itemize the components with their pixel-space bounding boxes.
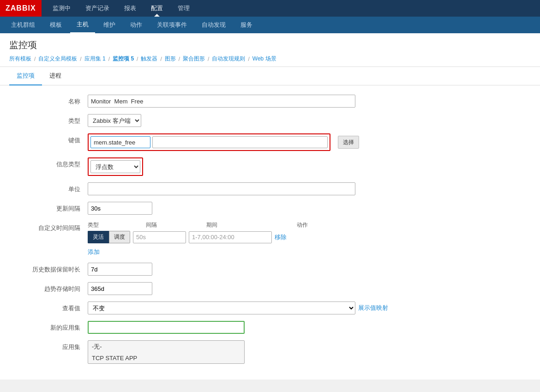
breadcrumb-aggregate-graphs[interactable]: 聚合图形 [183,55,205,63]
interval-row-0: 灵活 调度 移除 [88,231,531,243]
control-trend [88,282,531,295]
label-new-appset: 新的应用集 [9,321,88,332]
input-unit[interactable] [88,182,355,195]
link-add-interval[interactable]: 添加 [88,248,100,256]
input-key-value[interactable] [90,136,150,148]
breadcrumb: 所有模板 / 自定义全局模板 / 应用集 1 / 监控项 5 / 触发器 / 图… [9,55,531,63]
control-unit [88,182,531,195]
control-name [88,95,531,108]
page-title: 监控项 [9,39,531,51]
input-name[interactable] [88,95,355,108]
form-row-update-interval: 更新间隔 [9,202,531,215]
breadcrumb-appset[interactable]: 应用集 1 [84,55,106,63]
form-row-trend: 趋势存储时间 [9,282,531,295]
breadcrumb-sep-1: / [34,56,36,62]
form-row-history: 历史数据保留时长 [9,263,531,276]
btn-flexible[interactable]: 灵活 [88,231,109,243]
subnav-actions[interactable]: 动作 [124,17,149,33]
form-row-custom-interval: 自定义时间间隔 类型 间隔 期间 动作 灵活 调度 移除 添加 [9,221,531,256]
input-interval-period[interactable] [189,231,272,243]
breadcrumb-custom-template[interactable]: 自定义全局模板 [38,55,77,63]
select-info-type[interactable]: 浮点数 字符 日志 数字(无正负) 文本 [90,160,140,173]
btn-schedule[interactable]: 调度 [109,231,130,243]
link-value-map[interactable]: 展示值映射 [358,304,388,312]
label-lookup: 查看值 [9,302,88,313]
label-history: 历史数据保留时长 [9,263,88,274]
interval-header-gap: 间隔 [146,221,204,229]
breadcrumb-sep-6: / [179,56,180,62]
link-remove-interval[interactable]: 移除 [275,233,287,241]
page-header: 监控项 所有模板 / 自定义全局模板 / 应用集 1 / 监控项 5 / 触发器… [0,33,540,67]
breadcrumb-graphs[interactable]: 图形 [165,55,176,63]
input-update-interval[interactable] [88,202,152,215]
label-name: 名称 [9,95,88,106]
subnav-host-groups[interactable]: 主机群组 [5,17,42,33]
breadcrumb-triggers[interactable]: 触发器 [141,55,157,63]
button-select-key[interactable]: 选择 [338,136,359,149]
breadcrumb-sep-8: / [248,56,249,62]
key-border-group [88,133,330,151]
control-lookup: 不变 展示值映射 [88,302,531,314]
top-navigation: ZABBIX 监测中 资产记录 报表 配置 管理 [0,0,540,17]
form-row-lookup: 查看值 不变 展示值映射 [9,302,531,314]
interval-header-action: 动作 [297,221,324,229]
top-nav-items: 监测中 资产记录 报表 配置 管理 [46,0,196,17]
interval-header-type: 类型 [88,221,143,229]
label-custom-interval: 自定义时间间隔 [9,221,88,232]
form-row-name: 名称 [9,95,531,108]
breadcrumb-discovery-rules[interactable]: 自动发现规则 [212,55,245,63]
input-key-extra[interactable] [152,136,328,148]
select-type[interactable]: Zabbix 客户端 Zabbix 主动式 SNMP IPMI [88,114,141,127]
control-custom-interval: 类型 间隔 期间 动作 灵活 调度 移除 添加 [88,221,531,256]
form-row-type: 类型 Zabbix 客户端 Zabbix 主动式 SNMP IPMI [9,114,531,127]
interval-header-period: 期间 [206,221,294,229]
form-row-unit: 单位 [9,182,531,195]
label-type: 类型 [9,114,88,125]
nav-item-monitor[interactable]: 监测中 [46,0,77,17]
label-info-type: 信息类型 [9,157,88,169]
form-row-new-appset: 新的应用集 [9,321,531,334]
nav-item-reports[interactable]: 报表 [118,0,143,17]
nav-item-admin[interactable]: 管理 [171,0,196,17]
subnav-discovery[interactable]: 自动发现 [195,17,232,33]
sub-navigation: 主机群组 模板 主机 维护 动作 关联项事件 自动发现 服务 [0,17,540,33]
interval-type-toggle: 灵活 调度 [88,231,130,243]
subnav-event-correlation[interactable]: 关联项事件 [150,17,193,33]
input-new-appset[interactable] [88,321,245,334]
breadcrumb-monitor-items[interactable]: 监控项 5 [113,55,134,63]
nav-item-assets[interactable]: 资产记录 [79,0,116,17]
nav-item-config[interactable]: 配置 [144,0,169,17]
label-key: 键值 [9,133,88,145]
control-new-appset [88,321,531,334]
label-update-interval: 更新间隔 [9,202,88,213]
input-history[interactable] [88,263,152,276]
control-key: 选择 [88,133,531,151]
subnav-maintenance[interactable]: 维护 [97,17,122,33]
form-row-info-type: 信息类型 浮点数 字符 日志 数字(无正负) 文本 [9,157,531,176]
input-trend[interactable] [88,282,152,295]
breadcrumb-sep-2: / [80,56,81,62]
main-content: 名称 类型 Zabbix 客户端 Zabbix 主动式 SNMP IPMI 键值… [0,85,540,380]
label-unit: 单位 [9,182,88,193]
subnav-hosts[interactable]: 主机 [70,17,95,33]
breadcrumb-sep-7: / [208,56,209,62]
breadcrumb-sep-4: / [137,56,138,62]
subnav-services[interactable]: 服务 [234,17,259,33]
breadcrumb-sep-3: / [108,56,110,62]
breadcrumb-web-scenarios[interactable]: Web 场景 [252,55,276,63]
input-interval-gap[interactable] [133,231,186,243]
breadcrumb-all-templates[interactable]: 所有模板 [9,55,31,63]
app-list-item-0[interactable]: -无- [88,341,244,353]
label-trend: 趋势存储时间 [9,282,88,293]
label-appset: 应用集 [9,340,88,351]
control-update-interval [88,202,531,215]
tab-process[interactable]: 进程 [42,67,69,85]
form-row-appset: 应用集 -无- TCP STATE APP [9,340,531,364]
tabs-bar: 监控项 进程 [0,67,540,85]
tab-monitor-items[interactable]: 监控项 [9,67,42,85]
select-lookup[interactable]: 不变 [88,302,355,314]
control-info-type: 浮点数 字符 日志 数字(无正负) 文本 [88,157,531,176]
app-list-item-1[interactable]: TCP STATE APP [88,353,244,363]
logo: ZABBIX [0,0,42,17]
subnav-templates[interactable]: 模板 [43,17,68,33]
